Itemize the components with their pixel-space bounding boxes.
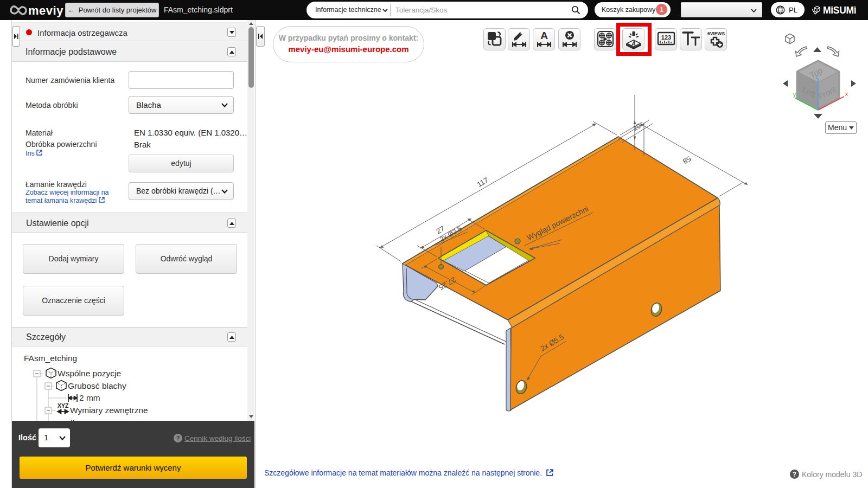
svg-text:meviy: meviy [28,4,63,17]
svg-text:117: 117 [476,176,490,189]
svg-text:?: ? [793,471,796,478]
svg-text:FAsm_etching: FAsm_etching [24,354,77,363]
svg-text:2 mm: 2 mm [79,393,100,402]
svg-text:58: 58 [681,155,693,166]
svg-text:x: x [71,416,75,421]
svg-text:?: ? [176,435,180,441]
svg-text:XYZ: XYZ [58,402,69,409]
svg-text:Wymiary zewnętrzne: Wymiary zewnętrzne [70,406,148,415]
svg-text:Wspólne pozycje: Wspólne pozycje [58,369,121,378]
svg-text:Grubosć blachy: Grubosć blachy [68,381,126,390]
